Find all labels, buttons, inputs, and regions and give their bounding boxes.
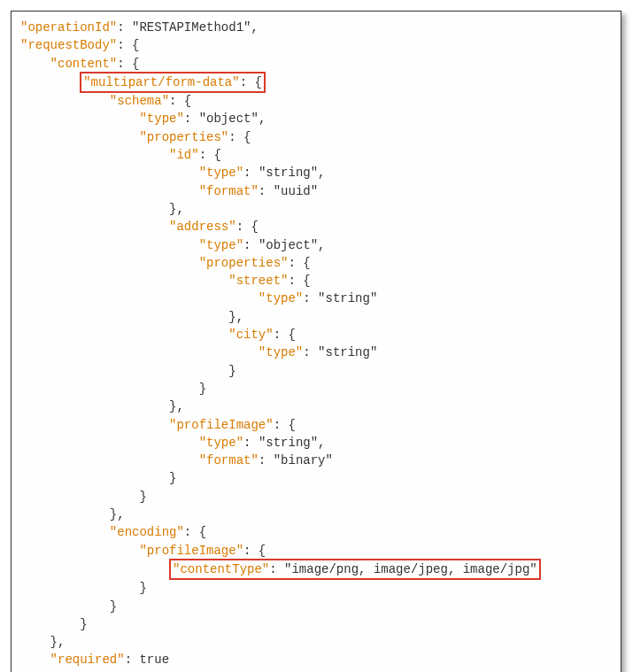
json-key: "city"	[228, 328, 273, 342]
code-line: "encoding": {	[20, 523, 612, 541]
json-value: "uuid"	[274, 184, 318, 198]
json-key: "type"	[199, 166, 243, 180]
json-value: "object"	[199, 112, 259, 126]
code-line: "type": "object",	[20, 236, 612, 254]
code-line: },	[20, 200, 612, 218]
code-line: "properties": {	[20, 254, 612, 272]
code-line: "format": "uuid"	[20, 182, 612, 200]
code-line: "id": {	[20, 146, 612, 164]
json-key: "properties"	[199, 256, 289, 270]
code-line: "required": true	[20, 651, 612, 668]
json-key: "format"	[199, 453, 259, 467]
code-line: }	[20, 380, 612, 398]
json-key: "multipart/form-data"	[83, 75, 239, 89]
json-key: "format"	[199, 184, 259, 198]
code-line: }	[20, 488, 612, 506]
code-line: "city": {	[20, 326, 612, 344]
json-key: "requestBody"	[20, 38, 117, 52]
json-key: "address"	[169, 220, 236, 234]
json-key: "type"	[139, 112, 183, 126]
highlight-contenttype: "contentType": "image/png, image/jpeg, i…	[169, 559, 541, 580]
json-key: "type"	[259, 291, 303, 305]
code-line: "type": "string"	[20, 290, 612, 307]
code-line: "type": "string",	[20, 434, 612, 452]
code-line: "street": {	[20, 272, 612, 290]
json-key: "required"	[50, 653, 125, 667]
json-value: "RESTAPIMethod1"	[132, 20, 251, 35]
json-key: "type"	[259, 345, 303, 359]
code-block: "operationId": "RESTAPIMethod1", "reques…	[11, 11, 621, 672]
code-line: "content": {	[20, 55, 612, 73]
json-key: "street"	[228, 274, 288, 288]
code-line: },	[20, 308, 612, 326]
json-key: "type"	[199, 238, 243, 252]
code-line: "properties": {	[20, 128, 612, 146]
code-line: }	[20, 579, 612, 597]
code-line: "operationId": "RESTAPIMethod1",	[20, 19, 612, 36]
json-value: "string"	[259, 166, 318, 180]
json-key: "contentType"	[173, 562, 269, 576]
code-line: },	[20, 633, 612, 651]
json-key: "type"	[199, 436, 243, 450]
json-key: "schema"	[110, 94, 169, 108]
json-key: "operationId"	[20, 20, 117, 35]
json-value: "binary"	[274, 453, 333, 467]
code-line: "profileImage": {	[20, 416, 612, 434]
code-line: "format": "binary"	[20, 452, 612, 469]
json-key: "id"	[169, 148, 199, 162]
code-line: },	[20, 398, 612, 415]
json-value: true	[139, 653, 169, 667]
code-line: },	[20, 506, 612, 523]
code-line: }	[20, 615, 612, 633]
code-line: "contentType": "image/png, image/jpeg, i…	[20, 560, 612, 579]
code-line: }	[20, 469, 612, 487]
json-value: "string"	[318, 345, 377, 359]
json-value: "string"	[259, 436, 318, 450]
json-key: "profileImage"	[139, 544, 243, 558]
code-line: "schema": {	[20, 92, 612, 110]
code-line: "requestBody": {	[20, 36, 612, 54]
code-line: "multipart/form-data": {	[20, 73, 612, 92]
code-line: "type": "string"	[20, 344, 612, 361]
code-line: }	[20, 598, 612, 615]
code-line: "profileImage": {	[20, 542, 612, 560]
json-key: "encoding"	[110, 525, 184, 539]
highlight-multipart: "multipart/form-data": {	[80, 72, 266, 93]
code-line: }	[20, 362, 612, 380]
json-value: "string"	[318, 291, 377, 305]
json-key: "profileImage"	[169, 418, 274, 432]
code-line: "address": {	[20, 218, 612, 236]
json-key: "properties"	[139, 130, 228, 144]
json-value: "object"	[259, 238, 318, 252]
code-line: "type": "object",	[20, 110, 612, 127]
code-line: "type": "string",	[20, 164, 612, 182]
json-value: "image/png, image/jpeg, image/jpg"	[284, 562, 537, 576]
json-key: "content"	[50, 57, 118, 71]
